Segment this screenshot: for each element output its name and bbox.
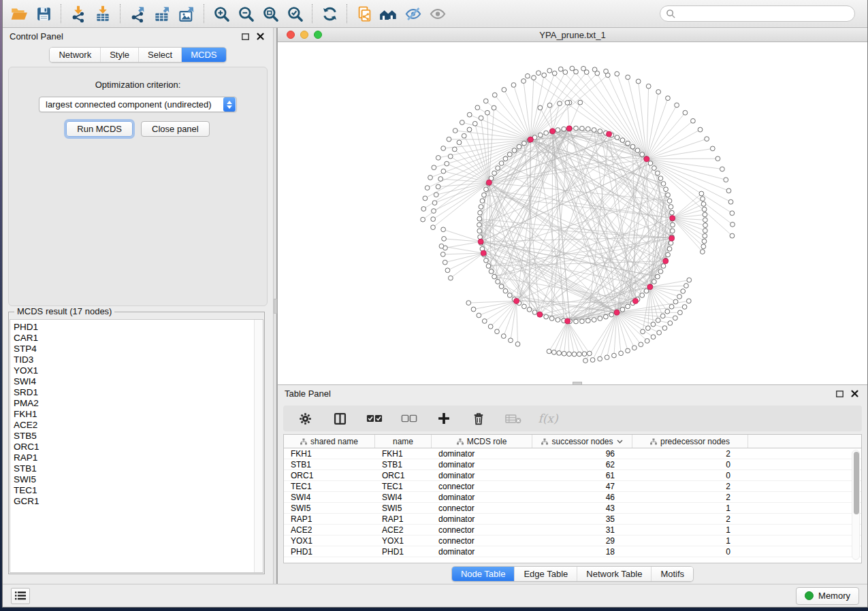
function-builder-button[interactable]: f(x): [540, 410, 556, 427]
export-network-button[interactable]: [125, 2, 150, 25]
tab-network-table[interactable]: Network Table: [577, 567, 652, 581]
list-item[interactable]: STP4: [14, 344, 263, 354]
cell-predecessor-nodes: 2: [632, 482, 748, 491]
column-header-MCDS-role[interactable]: MCDS role: [432, 435, 532, 448]
network-window-titlebar[interactable]: YPA_prune.txt_1: [278, 28, 867, 42]
list-item[interactable]: STB1: [14, 463, 263, 474]
column-header-predecessor-nodes[interactable]: predecessor nodes: [632, 435, 748, 448]
save-session-button[interactable]: [31, 2, 56, 25]
cell-shared-name: ACE2: [284, 525, 375, 535]
show-all-button[interactable]: [425, 2, 450, 25]
table-row[interactable]: ACE2ACE2connector311: [284, 525, 861, 535]
list-item[interactable]: ACE2: [14, 420, 263, 431]
export-table-button[interactable]: [150, 2, 174, 25]
list-item[interactable]: SWI4: [14, 376, 263, 387]
zoom-out-button[interactable]: [234, 2, 258, 25]
cell-name: FKH1: [375, 449, 432, 459]
table-row[interactable]: FKH1FKH1dominator962: [284, 448, 861, 459]
run-mcds-button[interactable]: Run MCDS: [66, 121, 133, 137]
table-body: FKH1FKH1dominator962STB1STB1dominator620…: [284, 448, 861, 557]
apply-layout-button[interactable]: [317, 2, 342, 25]
delete-table-button[interactable]: [505, 410, 521, 427]
table-row[interactable]: PHD1PHD1dominator180: [284, 546, 861, 557]
toolbar-separator: [347, 4, 347, 23]
close-table-panel-button[interactable]: [848, 389, 861, 399]
delete-column-button[interactable]: [470, 410, 487, 427]
column-header-name[interactable]: name: [375, 435, 432, 448]
search-input[interactable]: [676, 9, 849, 19]
float-table-panel-button[interactable]: [833, 389, 846, 399]
list-item[interactable]: STB5: [14, 431, 263, 442]
zoom-selected-button[interactable]: [283, 2, 307, 25]
hide-selected-button[interactable]: [401, 2, 425, 25]
close-panel-action-button[interactable]: Close panel: [141, 121, 210, 137]
list-item[interactable]: PHD1: [14, 322, 263, 333]
import-table-button[interactable]: [91, 2, 115, 25]
list-item[interactable]: TEC1: [14, 485, 263, 496]
select-all-rows-button[interactable]: [366, 410, 383, 427]
cell-name: RAP1: [375, 514, 432, 524]
table-row[interactable]: TEC1TEC1connector472: [284, 481, 861, 492]
first-neighbors-button[interactable]: [376, 2, 401, 25]
splitter-grip[interactable]: [274, 299, 277, 314]
table-row[interactable]: RAP1RAP1dominator352: [284, 514, 861, 525]
list-item[interactable]: PMA2: [14, 398, 263, 409]
float-panel-button[interactable]: [239, 31, 251, 42]
close-panel-button[interactable]: [254, 31, 266, 42]
result-list-scrollbar[interactable]: [254, 320, 263, 572]
cell-name: STB1: [375, 460, 432, 469]
list-item[interactable]: GCR1: [14, 496, 263, 507]
vertical-splitter[interactable]: [273, 28, 277, 584]
mcds-result-list[interactable]: PHD1CAR1STP4TID3YOX1SWI4SRD1PMA2FKH1ACE2…: [10, 319, 263, 573]
table-row[interactable]: SWI5SWI5connector431: [284, 503, 861, 514]
cell-successor-nodes: 96: [532, 449, 632, 459]
cell-successor-nodes: 18: [532, 547, 632, 557]
list-item[interactable]: TID3: [14, 354, 263, 365]
table-settings-button[interactable]: [297, 410, 313, 427]
list-item[interactable]: SRD1: [14, 387, 263, 398]
table-row[interactable]: SWI4SWI4dominator462: [284, 492, 861, 503]
zoom-in-button[interactable]: [209, 2, 234, 25]
column-header-shared-name[interactable]: shared name: [284, 435, 375, 448]
tab-style[interactable]: Style: [101, 48, 139, 62]
export-network-icon: [129, 5, 146, 22]
list-item[interactable]: CAR1: [14, 333, 263, 344]
column-header-successor-nodes[interactable]: successor nodes: [532, 435, 632, 448]
import-network-button[interactable]: [66, 2, 91, 25]
table-scrollbar-thumb[interactable]: [854, 452, 859, 514]
search-box[interactable]: [660, 5, 855, 22]
table-row[interactable]: STB1STB1dominator620: [284, 459, 861, 470]
table-row[interactable]: ORC1ORC1dominator610: [284, 470, 861, 481]
list-item[interactable]: SWI5: [14, 474, 263, 485]
criterion-dropdown[interactable]: largest connected component (undirected): [39, 97, 237, 112]
tab-network[interactable]: Network: [50, 48, 101, 62]
zoom-fit-icon: [261, 5, 280, 23]
table-scrollbar[interactable]: [852, 450, 860, 560]
deselect-all-rows-button[interactable]: [401, 410, 417, 427]
list-item[interactable]: YOX1: [14, 365, 263, 376]
open-file-button[interactable]: [7, 2, 31, 25]
cell-shared-name: SWI5: [284, 503, 375, 513]
node-table: shared namenameMCDS rolesuccessor nodesp…: [283, 434, 862, 563]
memory-button[interactable]: Memory: [796, 587, 859, 605]
zoom-fit-button[interactable]: [258, 2, 283, 25]
network-canvas[interactable]: [278, 42, 867, 384]
cell-shared-name: FKH1: [284, 449, 375, 459]
list-item[interactable]: ORC1: [14, 442, 263, 452]
tab-edge-table[interactable]: Edge Table: [515, 567, 577, 581]
duplicate-network-button[interactable]: [352, 2, 376, 25]
horizontal-splitter-grip[interactable]: [573, 382, 582, 385]
export-image-button[interactable]: [174, 2, 199, 25]
list-item[interactable]: RAP1: [14, 452, 263, 463]
list-item[interactable]: FKH1: [14, 409, 263, 420]
tab-motifs[interactable]: Motifs: [652, 567, 693, 581]
tab-select[interactable]: Select: [139, 48, 182, 62]
add-column-button[interactable]: [436, 410, 452, 427]
show-panels-button[interactable]: [11, 588, 30, 604]
refresh-icon: [321, 5, 339, 23]
toolbar-separator: [61, 4, 61, 23]
split-table-button[interactable]: [332, 410, 348, 427]
table-row[interactable]: YOX1YOX1connector291: [284, 535, 861, 546]
tab-node-table[interactable]: Node Table: [452, 567, 515, 581]
tab-mcds[interactable]: MCDS: [182, 48, 225, 62]
